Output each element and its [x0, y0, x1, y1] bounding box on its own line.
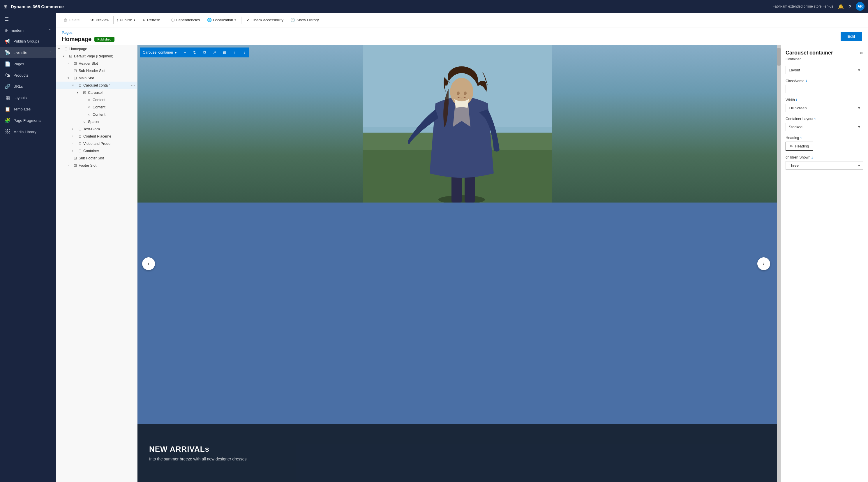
- sidebar-item-templates[interactable]: 📋 Templates: [0, 103, 56, 115]
- container-layout-value: Stacked: [789, 125, 803, 129]
- tree-item-label: Content: [93, 105, 135, 109]
- slot-icon: ⊡: [78, 127, 82, 131]
- heading-button[interactable]: ✏ Heading: [785, 142, 813, 151]
- page-header: Pages Homepage Published Edit: [56, 27, 868, 45]
- right-panel-edit-icon[interactable]: ✏: [860, 51, 863, 55]
- tree-item-content-3[interactable]: › ○ Content: [56, 111, 137, 118]
- tree-item-label: Sub Header Slot: [79, 69, 135, 73]
- carousel-nav-left-button[interactable]: ‹: [142, 257, 155, 270]
- layout-dropdown[interactable]: Layout ▾: [785, 66, 863, 74]
- tree-item-video-products[interactable]: › ⊡ Video and Produ: [56, 140, 137, 147]
- width-dropdown[interactable]: Fill Screen ▾: [785, 104, 863, 112]
- sidebar-item-media-library[interactable]: 🖼 Media Library: [0, 126, 56, 137]
- sidebar-item-layouts[interactable]: ▦ Layouts: [0, 92, 56, 103]
- chevron-icon: ›: [68, 164, 72, 167]
- grid-icon[interactable]: ⊞: [3, 4, 7, 9]
- tree-item-container[interactable]: › ⊡ Container: [56, 147, 137, 154]
- layout-prop-group: Layout ▾: [785, 66, 863, 74]
- tree-item-default-page[interactable]: ▾ ⊡ Default Page (Required): [56, 53, 137, 60]
- page-title-row: Homepage Published: [62, 36, 115, 42]
- container-layout-dropdown[interactable]: Stacked ▾: [785, 123, 863, 131]
- canvas-scrollbar[interactable]: [777, 45, 781, 482]
- publish-button[interactable]: ↑ Publish ▾: [113, 16, 138, 24]
- tree-item-main-slot[interactable]: ▾ ⊡ Main Slot: [56, 74, 137, 82]
- tree-item-carousel[interactable]: ▾ ⊡ Carousel: [56, 89, 137, 96]
- sidebar-toggle[interactable]: ☰: [0, 13, 56, 25]
- top-nav-right: Fabrikam extended online store · en-us 🔔…: [773, 2, 865, 11]
- tree-item-content-placement[interactable]: › ⊡ Content Placeme: [56, 132, 137, 140]
- sidebar-item-pages[interactable]: 📄 Pages: [0, 58, 56, 70]
- tree-item-label: Main Slot: [79, 76, 135, 80]
- tree-item-header-slot[interactable]: › ⊡ Header Slot: [56, 60, 137, 67]
- classname-input[interactable]: [785, 85, 863, 93]
- show-history-button[interactable]: 🕐 Show History: [287, 16, 322, 24]
- sidebar-item-publish-groups[interactable]: 📢 Publish Groups: [0, 35, 56, 47]
- canvas-down-button[interactable]: ↓: [240, 48, 249, 57]
- canvas-add-button[interactable]: +: [180, 48, 190, 57]
- canvas-refresh-button[interactable]: ↻: [190, 48, 200, 57]
- help-icon[interactable]: ?: [848, 4, 851, 9]
- canvas-delete-button[interactable]: 🗑: [220, 48, 229, 57]
- tree-item-sub-header-slot[interactable]: › ⊡ Sub Header Slot: [56, 67, 137, 74]
- accessibility-icon: ✓: [247, 18, 250, 22]
- canvas-up-button[interactable]: ↑: [229, 48, 240, 57]
- chevron-icon: ›: [72, 127, 76, 130]
- preview-button[interactable]: 👁 Preview: [88, 16, 112, 24]
- canvas-copy-button[interactable]: ⧉: [200, 48, 210, 57]
- sidebar-item-label-publish-groups: Publish Groups: [13, 39, 39, 43]
- chevron-icon: ▾: [68, 77, 72, 80]
- delete-button[interactable]: 🗑 Delete: [61, 16, 83, 24]
- chevron-icon: ›: [72, 149, 76, 152]
- refresh-button[interactable]: ↻ Refresh: [140, 16, 163, 24]
- children-shown-dropdown-icon: ▾: [858, 163, 860, 168]
- slot-icon: ⊡: [73, 61, 78, 66]
- heading-info-icon[interactable]: ℹ: [800, 136, 802, 140]
- content-area: 🗑 Delete 👁 Preview ↑ Publish ▾ ↻ Refresh…: [56, 13, 868, 482]
- svg-rect-5: [452, 173, 462, 203]
- content-icon: ○: [87, 98, 91, 102]
- avatar[interactable]: AR: [856, 2, 865, 11]
- localization-button[interactable]: 🌐 Localization ▾: [204, 16, 239, 24]
- children-shown-label: children Shown ℹ: [785, 155, 863, 159]
- more-icon[interactable]: ⋯: [131, 83, 135, 87]
- tree-item-carousel-container[interactable]: ▾ ⊡ Carousel contair ⋯: [56, 82, 137, 89]
- sidebar-item-modern[interactable]: ⊕ modern ⌃: [0, 25, 56, 35]
- tree-item-text-block[interactable]: › ⊡ Text-Block: [56, 125, 137, 132]
- edit-button[interactable]: Edit: [841, 32, 862, 41]
- pages-icon: 📄: [5, 61, 10, 67]
- slot-icon: ⊡: [78, 134, 82, 139]
- sidebar-item-products[interactable]: 🛍 Products: [0, 70, 56, 81]
- classname-info-icon[interactable]: ℹ: [806, 79, 807, 83]
- sidebar-item-page-fragments[interactable]: 🧩 Page Fragments: [0, 115, 56, 126]
- urls-icon: 🔗: [5, 84, 10, 89]
- localization-icon: 🌐: [207, 18, 212, 22]
- tree-item-spacer[interactable]: › ○ Spacer: [56, 118, 137, 125]
- sidebar-item-label-page-fragments: Page Fragments: [13, 118, 41, 123]
- published-badge: Published: [94, 37, 114, 42]
- dependencies-button[interactable]: ⬡ Dependencies: [168, 16, 203, 24]
- canvas-export-button[interactable]: ↗: [210, 48, 220, 57]
- children-shown-info-icon[interactable]: ℹ: [811, 156, 813, 159]
- media-library-icon: 🖼: [5, 129, 10, 134]
- fashion-image: [137, 45, 777, 203]
- tree-item-footer-slot[interactable]: › ⊡ Footer Slot: [56, 162, 137, 169]
- canvas-toolbar-dropdown-icon[interactable]: ▾: [175, 51, 177, 55]
- bell-icon[interactable]: 🔔: [838, 4, 844, 9]
- sidebar-item-urls[interactable]: 🔗 URLs: [0, 81, 56, 92]
- width-info-icon[interactable]: ℹ: [796, 98, 797, 102]
- tree-item-sub-footer-slot[interactable]: › ⊡ Sub Footer Slot: [56, 154, 137, 162]
- container-layout-info-icon[interactable]: ℹ: [814, 117, 815, 121]
- width-label: Width ℹ: [785, 98, 863, 102]
- tree-item-content-2[interactable]: › ○ Content: [56, 103, 137, 111]
- tree-item-content-1[interactable]: › ○ Content: [56, 96, 137, 103]
- carousel-nav-right-button[interactable]: ›: [757, 257, 770, 270]
- breadcrumb[interactable]: Pages: [62, 30, 115, 35]
- sidebar-item-live-site[interactable]: 📡 Live site ⌃: [0, 47, 56, 58]
- children-shown-dropdown[interactable]: Three ▾: [785, 161, 863, 170]
- children-shown-value: Three: [789, 163, 799, 168]
- slot-icon: ⊡: [78, 141, 82, 146]
- check-accessibility-button[interactable]: ✓ Check accessibility: [244, 16, 286, 24]
- right-panel: Carousel container ✏ Container Layout ▾ …: [781, 45, 868, 482]
- tree-item-homepage[interactable]: ▾ ⊟ Homepage: [56, 45, 137, 53]
- heading-label: Heading ℹ: [785, 136, 863, 140]
